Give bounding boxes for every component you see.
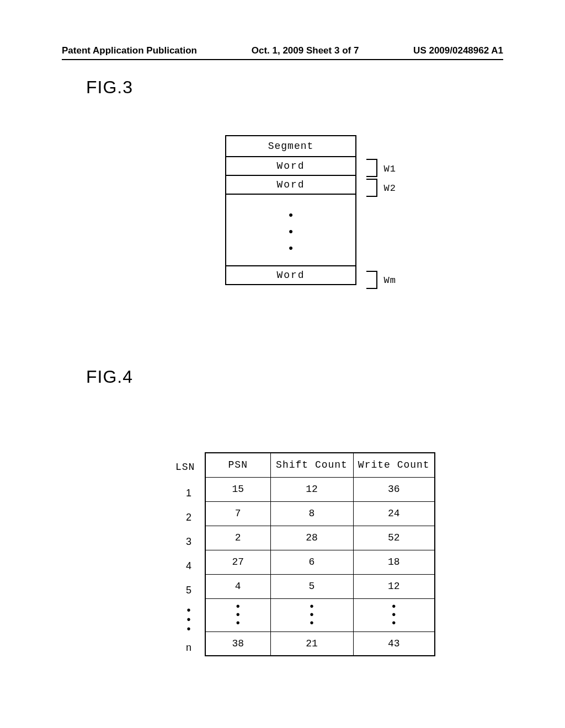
write-cell: 52 [353,526,435,550]
table-row: 38 21 43 [205,631,435,656]
lsn-1: 1 [178,481,200,505]
lsn-2: 2 [178,505,200,529]
lsn-ellipsis: ••• [178,602,200,635]
header-left: Patent Application Publication [62,45,197,56]
table-row: 27 6 18 [205,550,435,574]
shift-cell: 8 [270,501,353,526]
lsn-5: 5 [178,578,200,602]
table-header-row: PSN Shift Count Write Count [205,453,435,477]
dots-cell: ••• [205,598,270,631]
lsn-4: 4 [178,554,200,578]
table-row: 7 8 24 [205,501,435,526]
header-right: US 2009/0248962 A1 [413,45,503,56]
shift-header: Shift Count [270,453,353,477]
lsn-column: 1 2 3 4 5 ••• n [178,481,200,660]
figure-3-label: FIG.3 [86,77,133,98]
psn-cell: 38 [205,631,270,656]
bracket-w2 [366,179,377,197]
psn-header: PSN [205,453,270,477]
dots-cell: ••• [270,598,353,631]
segment-title: Segment [226,136,355,157]
psn-cell: 15 [205,477,270,501]
write-cell: 43 [353,631,435,656]
header-rule [62,59,503,60]
lsn-3: 3 [178,529,200,554]
write-cell: 24 [353,501,435,526]
word-row-1: Word [226,157,355,176]
shift-cell: 5 [270,574,353,598]
shift-cell: 12 [270,477,353,501]
psn-cell: 27 [205,550,270,574]
lsn-n: n [178,635,200,660]
psn-cell: 4 [205,574,270,598]
psn-cell: 7 [205,501,270,526]
label-w1: W1 [384,164,396,174]
lsn-header: LSN [175,462,195,473]
write-cell: 18 [353,550,435,574]
dots-cell: ••• [353,598,435,631]
shift-cell: 6 [270,550,353,574]
label-w2: W2 [384,183,396,194]
shift-cell: 21 [270,631,353,656]
table-row: 2 28 52 [205,526,435,550]
table-ellipsis-row: ••• ••• ••• [205,598,435,631]
table-row: 4 5 12 [205,574,435,598]
fig4-table: PSN Shift Count Write Count 15 12 36 7 8… [205,452,435,656]
word-ellipsis: ••• [226,195,355,266]
bracket-w1 [366,159,377,177]
page-header: Patent Application Publication Oct. 1, 2… [62,45,503,56]
table-row: 15 12 36 [205,477,435,501]
write-header: Write Count [353,453,435,477]
label-wm: Wm [384,275,396,286]
segment-diagram: Segment Word Word ••• Word W1 W2 Wm [225,135,356,285]
word-row-m: Word [226,266,355,284]
bracket-wm [366,271,377,289]
psn-cell: 2 [205,526,270,550]
word-row-2: Word [226,176,355,195]
figure-4-label: FIG.4 [86,367,133,387]
header-center: Oct. 1, 2009 Sheet 3 of 7 [252,45,359,56]
shift-cell: 28 [270,526,353,550]
write-cell: 36 [353,477,435,501]
write-cell: 12 [353,574,435,598]
